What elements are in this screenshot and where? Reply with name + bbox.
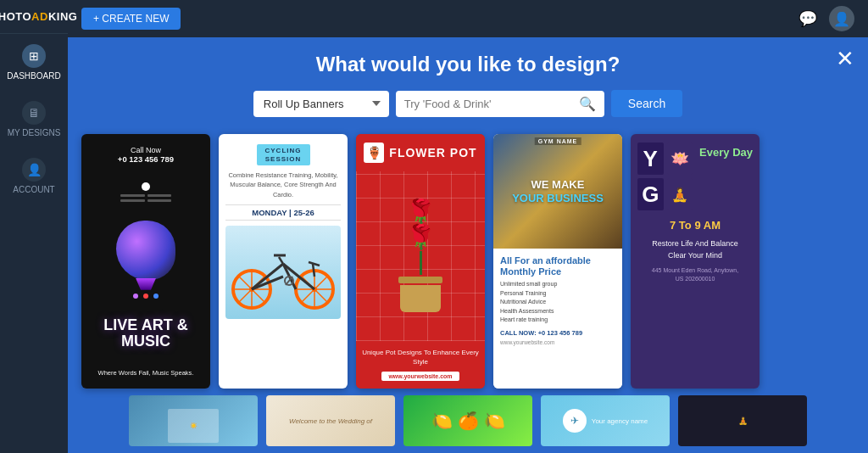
- card-flower-pot[interactable]: 🏺 FLOWER POT 🌹 🌹 Unique Pot De: [356, 134, 485, 389]
- sidebar-mydesigns-label: MY DESIGNS: [8, 128, 61, 137]
- bottom-card-4[interactable]: ✈ Your agency name: [541, 395, 670, 446]
- card4-hero: WE MAKEYOUR BUSINESS: [512, 178, 604, 204]
- card4-top: GYM NAME WE MAKEYOUR BUSINESS: [493, 134, 622, 249]
- bc2-text: Welcome to the Wedding of: [289, 417, 372, 425]
- yoga-cell-y: Y: [637, 143, 664, 175]
- sidebar-item-my-designs[interactable]: 🖥 MY DESIGNS: [0, 91, 68, 148]
- account-icon: 👤: [22, 158, 46, 182]
- card4-gym-label: GYM NAME: [535, 137, 581, 145]
- yoga-cell-o: 🪷: [667, 143, 693, 175]
- card2-bike-area: [225, 226, 341, 319]
- card5-time: 7 To 9 AM: [631, 215, 760, 235]
- card-live-art[interactable]: Call Now +0 123 456 789: [81, 134, 210, 389]
- svg-line-16: [313, 264, 314, 277]
- topbar: + CREATE NEW 💬 👤: [68, 0, 868, 37]
- card1-subtitle: Where Words Fail, Music Speaks.: [98, 369, 194, 377]
- sidebar-dashboard-label: DASHBOARD: [7, 71, 60, 81]
- messages-icon[interactable]: 💬: [798, 9, 817, 28]
- sidebar-item-dashboard[interactable]: ⊞ DASHBOARD: [0, 34, 68, 91]
- search-icon-button[interactable]: 🔍: [579, 96, 596, 112]
- card1-top-text: Call Now +0 123 456 789: [118, 146, 174, 164]
- card3-header: 🏺 FLOWER POT: [356, 134, 485, 171]
- cards-row: Call Now +0 123 456 789: [68, 134, 868, 389]
- my-designs-icon: 🖥: [22, 101, 46, 125]
- category-select[interactable]: Roll Up Banners Flyers Posters Social Me…: [253, 91, 389, 117]
- card1-call-text: Call Now: [118, 146, 174, 154]
- card2-desc: Combine Resistance Training, Mobility, M…: [225, 171, 341, 199]
- topbar-right: 💬 👤: [798, 6, 854, 31]
- card3-title: FLOWER POT: [389, 146, 476, 159]
- main-content: + CREATE NEW 💬 👤 ✕ What would you like t…: [68, 0, 868, 453]
- card5-address: 445 Mount Eden Road, Anytown,US 20260001…: [631, 265, 760, 292]
- bottom-card-2[interactable]: Welcome to the Wedding of: [266, 395, 395, 446]
- card3-footer: Unique Pot Designs To Enhance Every Styl…: [356, 341, 485, 389]
- page-background: ✕ What would you like to design? Roll Up…: [68, 37, 868, 453]
- card4-bottom: All For an affordable Monthly Price Unli…: [493, 249, 622, 389]
- card3-grid: 🌹 🌹: [356, 171, 485, 341]
- card3-url: www.yourwebsite.com: [381, 372, 459, 381]
- create-new-button[interactable]: + CREATE NEW: [81, 8, 181, 30]
- svg-line-12: [252, 264, 283, 289]
- card5-top: Y 🪷 G 🧘: [631, 134, 760, 215]
- yoga-cell-a: 🧘: [667, 178, 693, 210]
- card5-text-right: Every Day: [696, 143, 753, 159]
- dashboard-icon: ⊞: [22, 44, 46, 68]
- design-modal: ✕ What would you like to design? Roll Up…: [68, 37, 868, 453]
- card5-desc: Restore Life And BalanceClear Your Mind: [631, 235, 760, 265]
- bottom-card-1[interactable]: ☀️: [129, 395, 258, 446]
- svg-line-18: [279, 257, 283, 264]
- card3-desc: Unique Pot Designs To Enhance Every Styl…: [361, 348, 480, 366]
- topbar-left: + CREATE NEW: [81, 8, 181, 30]
- search-input-wrap: 🔍: [396, 91, 604, 117]
- card1-phone: +0 123 456 789: [118, 154, 174, 164]
- card4-url: www.yourwebsite.com: [500, 339, 615, 345]
- card2-date: MONDAY | 25-26: [225, 204, 341, 221]
- search-submit-button[interactable]: Search: [611, 90, 682, 117]
- card1-title: LIVE ART & MUSIC: [90, 317, 202, 351]
- svg-line-17: [309, 262, 320, 266]
- card-yoga[interactable]: Y 🪷 G 🧘: [631, 134, 760, 389]
- sidebar-account-label: ACCOUNT: [13, 185, 54, 194]
- card4-call: CALL NOW: +0 123 456 789: [500, 329, 615, 337]
- card-gym[interactable]: GYM NAME WE MAKEYOUR BUSINESS All For an…: [493, 134, 622, 389]
- logo-text: PHOTOADKING: [0, 10, 77, 23]
- search-input[interactable]: [404, 91, 574, 117]
- flower-pot-visual: 🌹 🌹: [398, 200, 442, 312]
- card2-title: CYCLINGSESSION: [257, 144, 310, 165]
- card-cycling[interactable]: CYCLINGSESSION Combine Resistance Traini…: [219, 134, 348, 389]
- sidebar: PHOTOADKING ⊞ DASHBOARD 🖥 MY DESIGNS 👤 A…: [0, 0, 68, 453]
- card4-features: Unlimited small groupPersonal TrainingNu…: [500, 280, 615, 325]
- bike-svg: [228, 230, 338, 315]
- app-logo: PHOTOADKING: [0, 0, 68, 34]
- modal-title: What would you like to design?: [316, 53, 620, 76]
- card3-icon: 🏺: [364, 143, 384, 163]
- logo-ad: AD: [31, 10, 48, 23]
- bottom-cards-row: ☀️ Welcome to the Wedding of 🍋 🍊 🍋 ✈ You…: [115, 389, 821, 446]
- close-modal-button[interactable]: ✕: [836, 48, 854, 70]
- card5-everyday: Every Day: [699, 143, 753, 159]
- sidebar-item-account[interactable]: 👤 ACCOUNT: [0, 148, 68, 204]
- yoga-letter-grid: Y 🪷 G 🧘: [637, 143, 693, 210]
- yoga-cell-g: G: [637, 178, 664, 210]
- bottom-card-3[interactable]: 🍋 🍊 🍋: [403, 395, 532, 446]
- bottom-card-5[interactable]: 🧘: [678, 395, 807, 446]
- search-bar: Roll Up Banners Flyers Posters Social Me…: [253, 90, 682, 117]
- card4-heading: All For an affordable Monthly Price: [500, 255, 615, 277]
- avatar[interactable]: 👤: [829, 6, 854, 31]
